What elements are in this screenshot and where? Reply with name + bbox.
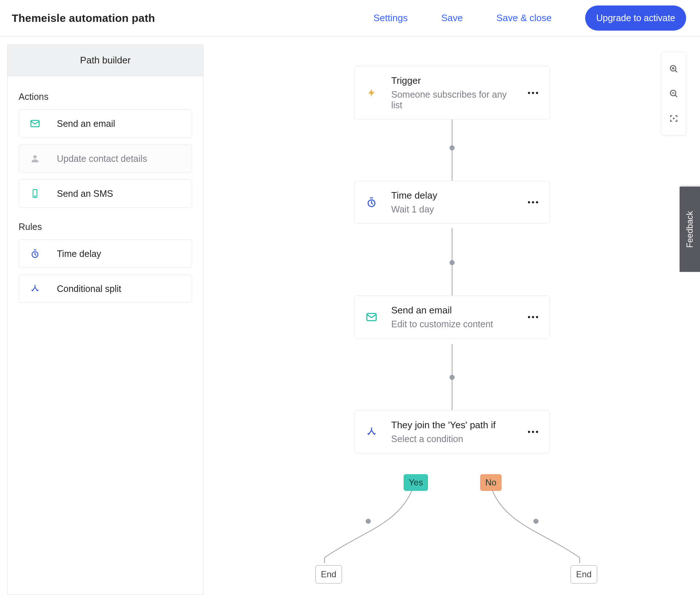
zoom-toolbar — [661, 52, 686, 136]
upgrade-button[interactable]: Upgrade to activate — [585, 5, 686, 31]
settings-link[interactable]: Settings — [373, 12, 408, 24]
zoom-in-button[interactable] — [662, 56, 686, 81]
svg-point-6 — [450, 145, 455, 151]
svg-point-10 — [450, 375, 455, 380]
svg-point-25 — [673, 118, 674, 119]
node-more-button[interactable] — [527, 201, 539, 203]
top-actions: Settings Save Save & close Upgrade to ac… — [373, 5, 686, 31]
action-label: Send an email — [57, 118, 115, 129]
action-item-send-email[interactable]: Send an email — [19, 109, 192, 138]
sidebar-path-builder: Path builder Actions Send an email Updat… — [7, 44, 203, 595]
rule-item-conditional-split[interactable]: Conditional split — [19, 274, 192, 303]
flow-canvas[interactable]: Trigger Someone subscribes for any list … — [204, 37, 700, 605]
more-icon — [528, 316, 538, 318]
zoom-out-button[interactable] — [662, 81, 686, 106]
node-time-delay[interactable]: Time delay Wait 1 day — [354, 181, 550, 224]
node-subtitle: Edit to customize content — [391, 319, 514, 329]
node-subtitle: Wait 1 day — [391, 204, 514, 215]
feedback-tab[interactable]: Feedback — [680, 187, 700, 272]
end-node-yes[interactable]: End — [315, 565, 342, 583]
action-label: Send an SMS — [57, 188, 113, 199]
node-subtitle: Someone subscribes for any list — [391, 89, 514, 110]
more-icon — [528, 431, 538, 433]
fit-screen-button[interactable] — [662, 106, 686, 131]
mail-icon — [365, 311, 378, 324]
node-more-button[interactable] — [527, 431, 539, 433]
svg-point-3 — [35, 196, 35, 196]
node-title: Trigger — [391, 75, 514, 86]
bolt-icon — [365, 86, 378, 99]
more-icon — [528, 92, 538, 94]
node-title: They join the 'Yes' path if — [391, 419, 514, 431]
branch-no-label: No — [480, 474, 502, 491]
page-title: Themeisle automation path — [12, 12, 155, 24]
section-title-actions: Actions — [19, 91, 192, 102]
action-label: Update contact details — [57, 153, 147, 164]
action-item-send-sms[interactable]: Send an SMS — [19, 179, 192, 208]
sidebar-title: Path builder — [8, 45, 203, 76]
phone-icon — [29, 188, 41, 199]
end-node-no[interactable]: End — [571, 565, 597, 583]
mail-icon — [29, 118, 41, 129]
svg-line-23 — [675, 95, 677, 97]
svg-point-11 — [366, 519, 371, 524]
timer-icon — [365, 196, 378, 209]
save-link[interactable]: Save — [441, 12, 463, 24]
node-conditional-split[interactable]: They join the 'Yes' path if Select a con… — [354, 410, 550, 453]
save-close-link[interactable]: Save & close — [496, 12, 552, 24]
svg-point-13 — [533, 519, 538, 524]
node-subtitle: Select a condition — [391, 434, 514, 444]
zoom-in-icon — [669, 64, 679, 74]
node-more-button[interactable] — [527, 92, 539, 94]
rule-label: Time delay — [57, 249, 101, 259]
svg-point-8 — [450, 260, 455, 265]
action-item-update-contact: Update contact details — [19, 144, 192, 173]
node-more-button[interactable] — [527, 316, 539, 318]
svg-line-19 — [675, 70, 677, 73]
node-send-email[interactable]: Send an email Edit to customize content — [354, 296, 550, 339]
branch-yes-label: Yes — [404, 474, 428, 491]
svg-point-1 — [33, 155, 36, 159]
more-icon — [528, 201, 538, 203]
node-title: Time delay — [391, 190, 514, 201]
node-title: Send an email — [391, 305, 514, 316]
svg-marker-15 — [368, 89, 374, 97]
top-bar: Themeisle automation path Settings Save … — [0, 0, 700, 36]
section-title-rules: Rules — [19, 222, 192, 232]
rule-item-time-delay[interactable]: Time delay — [19, 239, 192, 268]
timer-icon — [29, 248, 41, 259]
frame-icon — [669, 114, 678, 123]
rule-label: Conditional split — [57, 284, 121, 294]
zoom-out-icon — [669, 89, 679, 99]
split-icon — [365, 425, 378, 438]
split-icon — [29, 283, 41, 294]
node-trigger[interactable]: Trigger Someone subscribes for any list — [354, 66, 550, 120]
person-icon — [29, 153, 41, 164]
